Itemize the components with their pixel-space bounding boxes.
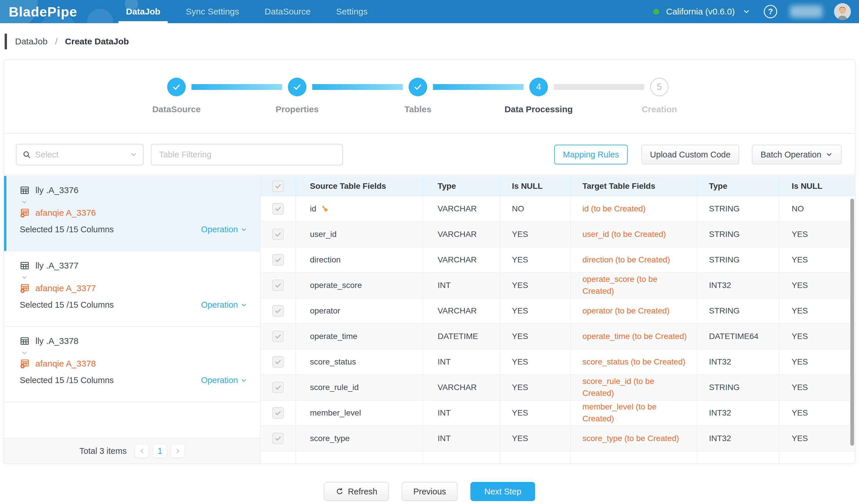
table-list-item[interactable]: lly .A_3377afanqie A_3377Selected 15 /15… (4, 251, 260, 327)
table-list-item[interactable]: lly .A_3376afanqie A_3376Selected 15 /15… (4, 176, 260, 251)
row-checkbox[interactable] (272, 254, 284, 266)
row-checkbox[interactable] (272, 407, 284, 419)
target-isnull-cell: YES (780, 375, 855, 400)
source-type-cell: VARCHAR (423, 222, 500, 247)
refresh-icon (335, 487, 344, 496)
pagination-prev-button[interactable] (135, 444, 149, 458)
nav-tab-datasource[interactable]: DataSource (252, 0, 323, 23)
field-row-partial (261, 452, 855, 463)
chevron-down-icon[interactable] (21, 274, 247, 281)
total-items-label: Total 3 items (79, 446, 127, 456)
header-type: Type (697, 176, 780, 196)
step-label: Data Processing (504, 105, 573, 114)
row-checkbox[interactable] (272, 203, 284, 215)
source-field-name: member_level (310, 408, 361, 418)
row-checkbox-cell (261, 273, 296, 298)
source-field-cell: operate_time (296, 324, 423, 349)
table-list-footer: Total 3 items 1 (4, 438, 260, 463)
batch-operation-button[interactable]: Batch Operation (752, 145, 842, 164)
target-field-cell: score_status (to be Created) (571, 349, 697, 374)
target-field-cell: score_type (to be Created) (571, 426, 697, 451)
mapping-rules-button[interactable]: Mapping Rules (554, 145, 628, 164)
table-select-dropdown[interactable]: Select (16, 144, 144, 165)
table-filtering-input[interactable]: Table Filtering (151, 144, 343, 165)
upload-custom-code-button[interactable]: Upload Custom Code (641, 145, 739, 164)
pagination-next-button[interactable] (171, 444, 184, 458)
source-field-name: score_type (310, 434, 350, 443)
table-icon (20, 185, 30, 195)
source-isnull-cell: YES (500, 400, 571, 425)
source-type-cell: VARCHAR (423, 196, 500, 221)
nav-tab-settings[interactable]: Settings (323, 0, 380, 23)
avatar[interactable] (834, 3, 851, 20)
toolbar: Select Table Filtering Mapping Rules Upl… (4, 134, 855, 175)
help-icon[interactable]: ? (764, 5, 777, 18)
row-checkbox-cell (261, 247, 296, 272)
step-label: DataSource (152, 105, 201, 114)
chevron-down-icon[interactable] (21, 199, 247, 206)
page-title: Create DataJob (65, 36, 129, 46)
operation-dropdown[interactable]: Operation (201, 376, 247, 385)
row-checkbox[interactable] (272, 229, 284, 240)
row-checkbox[interactable] (272, 356, 284, 368)
row-checkbox[interactable] (272, 331, 284, 342)
source-field-name: operate_time (310, 332, 357, 341)
target-isnull-cell: YES (780, 298, 855, 323)
create-datajob-card: DataSourcePropertiesTables4Data Processi… (3, 60, 856, 464)
source-field-name: id (310, 204, 316, 214)
search-icon (22, 150, 31, 159)
row-checkbox-cell (261, 375, 296, 400)
step-connector (554, 84, 644, 90)
env-status-dot (653, 9, 659, 15)
table-list-item[interactable]: lly .A_3378afanqie A_3378Selected 15 /15… (4, 327, 260, 402)
refresh-button[interactable]: Refresh (324, 482, 389, 501)
table-add-icon (20, 359, 30, 368)
env-selector[interactable]: California (v0.6.0) (666, 7, 735, 17)
target-type-cell: STRING (697, 298, 780, 323)
operation-dropdown[interactable]: Operation (201, 300, 247, 310)
source-field-cell: direction (296, 247, 423, 272)
target-table-row: afanqie A_3378 (20, 359, 247, 368)
header-type: Type (423, 176, 500, 196)
chevron-down-icon[interactable] (742, 7, 751, 16)
source-table-row: lly .A_3376 (20, 185, 247, 195)
target-table-row: afanqie A_3377 (20, 283, 247, 293)
previous-button[interactable]: Previous (402, 482, 458, 501)
row-checkbox[interactable] (272, 433, 284, 444)
operation-dropdown[interactable]: Operation (201, 225, 247, 234)
target-field-cell: user_id (to be Created) (571, 222, 697, 247)
nav-tab-datajob[interactable]: DataJob (113, 0, 173, 23)
step-number: 5 (650, 78, 669, 96)
vertical-scrollbar[interactable] (850, 199, 854, 446)
pagination-page-1[interactable]: 1 (153, 444, 167, 458)
step-datasource: DataSource (167, 78, 186, 96)
source-field-cell: score_type (296, 426, 423, 451)
step-data-processing: 4Data Processing (529, 78, 548, 96)
row-checkbox-cell (261, 400, 296, 425)
source-isnull-cell: YES (500, 247, 571, 272)
source-type-cell: INT (423, 273, 500, 298)
breadcrumb-parent[interactable]: DataJob (15, 36, 48, 46)
breadcrumb-accent-bar (5, 34, 7, 49)
source-isnull-cell: NO (500, 196, 571, 221)
source-type-cell: VARCHAR (423, 298, 500, 323)
table-add-icon (20, 283, 30, 293)
row-checkbox[interactable] (272, 305, 284, 317)
refresh-label: Refresh (348, 487, 378, 497)
operation-label: Operation (201, 225, 238, 234)
header-checkbox[interactable] (272, 180, 284, 192)
source-isnull-cell: YES (500, 324, 571, 349)
target-isnull-cell: YES (780, 400, 855, 425)
nav-tabs: DataJobSync SettingsDataSourceSettings (113, 0, 380, 23)
batch-operation-label: Batch Operation (760, 150, 822, 159)
table-icon (20, 261, 30, 270)
row-checkbox[interactable] (272, 382, 284, 393)
field-row-score_rule_id: score_rule_idVARCHARYESscore_rule_id (to… (261, 375, 855, 400)
header-source-table-fields: Source Table Fields (296, 176, 423, 196)
row-checkbox[interactable] (272, 280, 284, 291)
chevron-down-icon[interactable] (21, 349, 247, 357)
source-field-cell: score_rule_id (296, 375, 423, 400)
source-table-name: lly .A_3376 (35, 185, 78, 195)
nav-tab-sync-settings[interactable]: Sync Settings (173, 0, 252, 23)
next-step-button[interactable]: Next Step (470, 482, 535, 501)
